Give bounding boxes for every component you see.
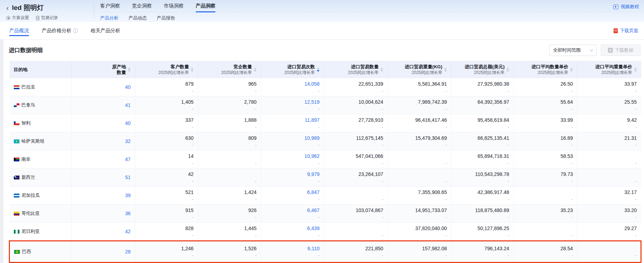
col-header-import-trade-weight-kg[interactable]: 进口贸易重量(KG)2025同比增长率	[388, 61, 452, 78]
cell-value: 112,675,145	[328, 135, 383, 142]
cell-origin-count: 40	[71, 78, 135, 96]
cell-growth: -	[139, 142, 194, 148]
cell-value: 796,143.24	[456, 245, 509, 252]
download-data-button[interactable]: X 下载数据	[601, 45, 640, 56]
cell-origin-count: 41	[71, 96, 135, 114]
banner-title-block: ‹ led 照明灯 方案设置 贸易记录	[0, 0, 94, 22]
cell-value[interactable]: 12,519	[265, 98, 320, 105]
pdf-icon	[614, 28, 618, 33]
cell-growth: -	[328, 160, 383, 166]
cell-import-avg-quantity-price: 26.50-	[514, 78, 577, 96]
cell-value[interactable]: 9,979	[265, 171, 320, 178]
header-cell-labels: 进口贸易次数2025同比增长率	[284, 64, 315, 75]
card-header: 进口数据明细 全部时间范围 X 下载数据	[9, 44, 640, 57]
origin-count-link[interactable]: 32	[125, 138, 131, 144]
cell-growth: -	[392, 233, 447, 238]
cell-growth: -	[392, 106, 447, 112]
cell-import-trade-times: 11,897-	[261, 114, 324, 132]
sort-icons[interactable]	[380, 68, 383, 72]
cell-import-avg-weight-price: 33.97-	[577, 78, 641, 96]
cell-import-trade-times: 6,110-	[261, 241, 324, 263]
cell-value: 66,825,135.41	[456, 135, 509, 142]
flag-icon-br	[14, 250, 20, 254]
cell-value[interactable]: 14,058	[265, 80, 320, 87]
sort-icons[interactable]	[570, 68, 573, 72]
sub-tab-product-report[interactable]: 产品报告	[157, 15, 175, 21]
col-sublabel: 2025同比增长率	[348, 70, 379, 75]
col-header-import-trade-times[interactable]: 进口贸易次数2025同比增长率	[261, 61, 324, 78]
origin-count-link[interactable]: 51	[125, 175, 131, 180]
back-button[interactable]: ‹	[6, 4, 9, 11]
scheme-settings-link[interactable]: 方案设置	[6, 15, 29, 21]
sort-icons[interactable]	[191, 68, 194, 72]
destination-content: 南非	[14, 156, 67, 162]
origin-count-link[interactable]: 36	[125, 211, 131, 216]
trade-records-link[interactable]: 贸易记录	[36, 15, 58, 21]
cell-value[interactable]: 6,439	[265, 225, 320, 232]
top-tab-product-insight[interactable]: 产品洞察	[196, 0, 215, 12]
sort-asc-icon	[570, 68, 573, 69]
cell-import-avg-weight-price: 33.20-	[577, 205, 641, 223]
cell-growth: -	[456, 196, 509, 202]
top-tab-competitor-insight[interactable]: 竞企洞察	[132, 0, 152, 12]
cell-value[interactable]: 11,897	[265, 116, 320, 124]
tab-product-price-analysis[interactable]: 产品价格分析i	[42, 22, 78, 39]
cell-import-trade-quantity: 103,074,867-	[324, 205, 388, 223]
cell-growth: -	[582, 88, 637, 94]
cell-value: 926	[202, 207, 257, 214]
col-header-competitor-count[interactable]: 竞企数量2025同比增长率	[198, 61, 261, 78]
sort-icons[interactable]	[128, 68, 131, 72]
time-range-select[interactable]: 全部时间范围	[549, 45, 597, 56]
cell-growth: -	[328, 124, 383, 130]
col-header-import-trade-amount-usd[interactable]: 进口贸易总额(美元)2025同比增长率	[452, 61, 514, 78]
sort-icons[interactable]	[317, 68, 320, 72]
flag-icon-pa	[14, 103, 19, 107]
origin-count-link[interactable]: 42	[125, 229, 131, 234]
cell-growth: -	[582, 142, 637, 148]
flag-icon-ng	[14, 230, 19, 234]
top-tab-customer-insight[interactable]: 客户洞察	[100, 0, 120, 12]
cell-growth: -	[202, 142, 257, 148]
cell-growth: -	[518, 215, 573, 220]
destination-label: 尼日利亚	[22, 228, 40, 235]
sort-icons[interactable]	[634, 68, 637, 72]
origin-count-link[interactable]: 41	[125, 102, 131, 108]
cell-value[interactable]: 6,467	[265, 207, 320, 214]
col-header-import-avg-quantity-price[interactable]: 进口平均数量单价2025同比增长率	[514, 61, 577, 78]
destination-label: 巴西	[22, 248, 31, 255]
table-row-4: 南非4714--10,962-547,041,066--65,894,716.3…	[10, 150, 641, 168]
sort-asc-icon	[444, 68, 447, 69]
top-tab-market-insight[interactable]: 市场洞察	[164, 0, 184, 12]
video-tutorial-link[interactable]: 视频教程	[613, 4, 644, 10]
cell-import-trade-weight-kg: 15,479,304.69-	[388, 132, 452, 150]
origin-count-link[interactable]: 40	[125, 84, 131, 90]
col-header-customer-count[interactable]: 客户数量2025同比增长率	[135, 61, 198, 78]
tab-related-product-analysis[interactable]: 相关产品分析	[91, 22, 120, 39]
cell-value[interactable]: 10,962	[265, 153, 320, 160]
cell-value[interactable]: 10,989	[265, 135, 320, 142]
sub-tab-product-trends[interactable]: 产品动态	[128, 15, 147, 21]
origin-count-link[interactable]: 47	[125, 156, 131, 162]
cell-growth: -	[518, 142, 573, 148]
col-header-import-avg-weight-price[interactable]: 进口平均重量单价2025同比增长率	[577, 61, 641, 78]
sub-tab-product-analysis[interactable]: 产品分析	[100, 15, 119, 21]
origin-count-link[interactable]: 28	[125, 249, 131, 255]
col-header-origin-count[interactable]: 原产地数量	[71, 61, 135, 78]
cell-import-avg-weight-price: 29.27-	[577, 223, 641, 241]
cell-value[interactable]: 6,847	[265, 189, 320, 196]
cell-value: 965	[202, 80, 257, 87]
cell-growth: -	[328, 178, 383, 184]
time-range-value: 全部时间范围	[553, 47, 581, 53]
download-page-link[interactable]: 下载页面	[614, 22, 638, 39]
tab-product-overview[interactable]: 产品概况	[9, 22, 29, 39]
sort-icons[interactable]	[506, 68, 509, 72]
header-cell-labels: 竞企数量2025同比增长率	[221, 64, 252, 75]
cell-value[interactable]: 6,110	[265, 245, 320, 252]
cell-import-trade-weight-kg: 7,989,742.39-	[388, 96, 452, 114]
origin-count-link[interactable]: 39	[125, 193, 131, 198]
sort-icons[interactable]	[444, 68, 447, 72]
col-header-import-trade-quantity[interactable]: 进口贸易数量2025同比增长率	[324, 61, 388, 78]
banner-tabs-block: 客户洞察竞企洞察市场洞察产品洞察 产品分析产品动态产品报告	[94, 0, 644, 22]
sort-icons[interactable]	[254, 68, 257, 72]
origin-count-link[interactable]: 40	[125, 120, 131, 126]
